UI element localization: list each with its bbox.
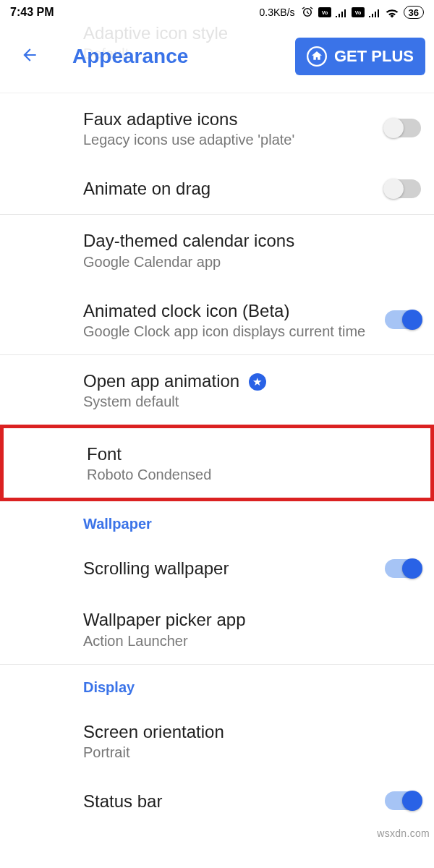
item-text: Open app animation ★ System default xyxy=(83,370,421,410)
status-indicators: 0.3KB/s Vo Vo 36 xyxy=(260,6,425,19)
back-button[interactable] xyxy=(9,41,51,72)
item-text: Scrolling wallpaper xyxy=(83,557,385,579)
settings-list: Faux adaptive icons Legacy icons use ada… xyxy=(0,93,434,818)
item-title: Scrolling wallpaper xyxy=(83,557,385,579)
item-faux-adaptive[interactable]: Faux adaptive icons Legacy icons use ada… xyxy=(0,93,434,163)
item-title: Status bar xyxy=(83,790,385,812)
ghost-title: Adaptive icon style xyxy=(83,22,228,44)
home-circle-icon xyxy=(307,46,327,67)
signal-icon-1 xyxy=(336,7,347,17)
item-title: Wallpaper picker app xyxy=(83,608,421,631)
item-text: Status bar xyxy=(83,790,385,812)
item-sub: Action Launcher xyxy=(83,633,421,650)
svg-text:Vo: Vo xyxy=(321,10,327,15)
battery-indicator: 36 xyxy=(404,6,424,19)
item-text: Day-themed calendar icons Google Calenda… xyxy=(83,229,421,270)
item-title: Faux adaptive icons xyxy=(83,108,385,130)
section-display: Display xyxy=(0,665,434,706)
switch-faux[interactable] xyxy=(385,119,421,137)
switch-animate-drag[interactable] xyxy=(385,179,421,198)
alarm-icon xyxy=(301,6,314,19)
item-text: Screen orientation Portrait xyxy=(83,720,421,761)
item-sub: Google Clock app icon displays current t… xyxy=(83,323,385,340)
item-text: Wallpaper picker app Action Launcher xyxy=(83,608,421,649)
get-plus-button[interactable]: GET PLUS xyxy=(295,38,425,75)
item-sub: System default xyxy=(83,393,421,410)
item-sub: Roboto Condensed xyxy=(87,467,417,483)
get-plus-label: GET PLUS xyxy=(334,47,414,66)
switch-status-bar[interactable] xyxy=(385,791,421,810)
item-title: Animate on drag xyxy=(83,177,385,200)
item-text: Animated clock icon (Beta) Google Clock … xyxy=(83,299,385,340)
item-status-bar[interactable]: Status bar xyxy=(0,775,434,818)
volte-icon-2: Vo xyxy=(352,7,365,17)
volte-icon-1: Vo xyxy=(318,7,331,17)
status-time: 7:43 PM xyxy=(10,6,54,19)
switch-scrolling-wallpaper[interactable] xyxy=(385,559,421,578)
wifi-icon xyxy=(385,7,399,18)
star-icon: ★ xyxy=(249,373,266,391)
switch-animated-clock[interactable] xyxy=(385,310,421,329)
item-font[interactable]: Font Roboto Condensed xyxy=(0,425,434,501)
item-sub: Portrait xyxy=(83,744,421,761)
watermark: wsxdn.com xyxy=(377,827,430,839)
status-bar: 7:43 PM 0.3KB/s Vo Vo 36 xyxy=(0,0,434,25)
ghost-sub: Default xyxy=(83,44,228,63)
item-day-calendar[interactable]: Day-themed calendar icons Google Calenda… xyxy=(0,215,434,284)
item-title: Font xyxy=(87,443,417,465)
arrow-back-icon xyxy=(19,46,41,64)
item-screen-orientation[interactable]: Screen orientation Portrait xyxy=(0,706,434,775)
status-speed: 0.3KB/s xyxy=(260,7,295,18)
item-sub: Google Calendar app xyxy=(83,254,421,271)
item-title: Screen orientation xyxy=(83,720,421,743)
item-title: Day-themed calendar icons xyxy=(83,229,421,252)
item-text: Animate on drag xyxy=(83,177,385,200)
svg-text:Vo: Vo xyxy=(354,10,360,15)
item-animated-clock[interactable]: Animated clock icon (Beta) Google Clock … xyxy=(0,285,434,354)
item-text: Faux adaptive icons Legacy icons use ada… xyxy=(83,108,385,148)
item-open-app-animation[interactable]: Open app animation ★ System default xyxy=(0,355,434,425)
item-wallpaper-picker[interactable]: Wallpaper picker app Action Launcher xyxy=(0,594,434,663)
ghost-item: Adaptive icon style Default xyxy=(83,22,228,63)
item-scrolling-wallpaper[interactable]: Scrolling wallpaper xyxy=(0,542,434,594)
item-text: Font Roboto Condensed xyxy=(87,443,417,483)
item-sub: Legacy icons use adaptive 'plate' xyxy=(83,132,385,148)
section-wallpaper: Wallpaper xyxy=(0,501,434,542)
signal-icon-2 xyxy=(369,7,380,17)
item-animate-drag[interactable]: Animate on drag xyxy=(0,163,434,214)
item-title-text: Open app animation xyxy=(83,371,239,391)
item-title: Animated clock icon (Beta) xyxy=(83,299,385,322)
item-title: Open app animation ★ xyxy=(83,370,421,392)
